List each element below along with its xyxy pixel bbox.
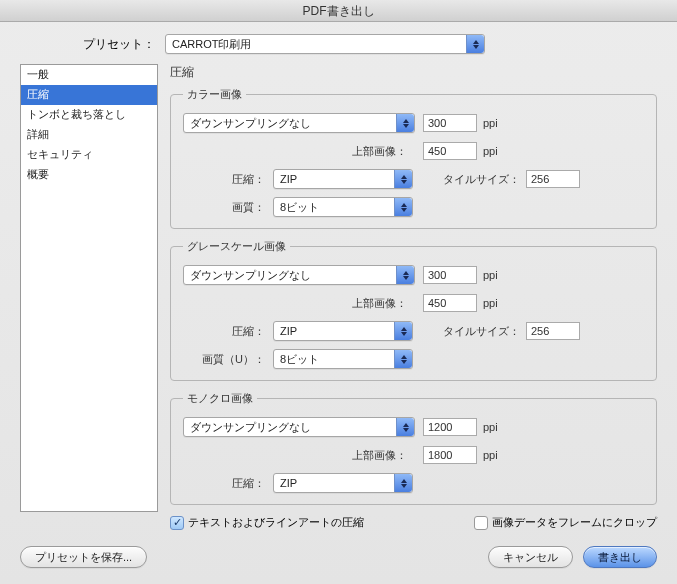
gray-above-ppi-input[interactable]: 450	[423, 294, 477, 312]
sidebar-item-summary[interactable]: 概要	[21, 165, 157, 185]
color-quality-value: 8ビット	[274, 200, 394, 215]
color-images-group: カラー画像 ダウンサンプリングなし 300 ppi 上部画像： 450 ppi	[170, 87, 657, 229]
gray-compress-value: ZIP	[274, 325, 394, 337]
sidebar-item-advanced[interactable]: 詳細	[21, 125, 157, 145]
color-above-label: 上部画像：	[183, 144, 415, 159]
color-compress-select[interactable]: ZIP	[273, 169, 413, 189]
dropdown-arrows-icon	[394, 198, 412, 216]
window-title: PDF書き出し	[0, 0, 677, 22]
mono-downsample-value: ダウンサンプリングなし	[184, 420, 396, 435]
dropdown-arrows-icon	[394, 170, 412, 188]
ppi-unit: ppi	[483, 269, 498, 281]
sidebar-item-marks[interactable]: トンボと裁ち落とし	[21, 105, 157, 125]
compress-text-lineart-checkbox[interactable]: テキストおよびラインアートの圧縮	[170, 515, 364, 530]
gray-quality-value: 8ビット	[274, 352, 394, 367]
save-preset-button[interactable]: プリセットを保存...	[20, 546, 147, 568]
gray-ppi-input[interactable]: 300	[423, 266, 477, 284]
sidebar-item-general[interactable]: 一般	[21, 65, 157, 85]
gray-images-group: グレースケール画像 ダウンサンプリングなし 300 ppi 上部画像： 450 …	[170, 239, 657, 381]
crop-image-data-label: 画像データをフレームにクロップ	[492, 515, 657, 530]
compress-text-lineart-label: テキストおよびラインアートの圧縮	[188, 515, 364, 530]
color-downsample-value: ダウンサンプリングなし	[184, 116, 396, 131]
sidebar: 一般 圧縮 トンボと裁ち落とし 詳細 セキュリティ 概要	[20, 64, 158, 512]
cancel-button[interactable]: キャンセル	[488, 546, 573, 568]
mono-downsample-select[interactable]: ダウンサンプリングなし	[183, 417, 415, 437]
mono-above-label: 上部画像：	[183, 448, 415, 463]
section-title: 圧縮	[170, 64, 657, 81]
gray-quality-label: 画質（U）：	[183, 352, 273, 367]
color-tile-label: タイルサイズ：	[443, 172, 520, 187]
gray-downsample-select[interactable]: ダウンサンプリングなし	[183, 265, 415, 285]
preset-value: CARROT印刷用	[166, 37, 466, 52]
ppi-unit: ppi	[483, 421, 498, 433]
mono-above-ppi-input[interactable]: 1800	[423, 446, 477, 464]
ppi-unit: ppi	[483, 449, 498, 461]
gray-tile-label: タイルサイズ：	[443, 324, 520, 339]
gray-above-label: 上部画像：	[183, 296, 415, 311]
preset-label: プリセット：	[20, 36, 165, 53]
color-quality-label: 画質：	[183, 200, 273, 215]
preset-select[interactable]: CARROT印刷用	[165, 34, 485, 54]
dropdown-arrows-icon	[396, 114, 414, 132]
ppi-unit: ppi	[483, 297, 498, 309]
dropdown-arrows-icon	[394, 322, 412, 340]
color-above-ppi-input[interactable]: 450	[423, 142, 477, 160]
checkbox-icon	[170, 516, 184, 530]
color-ppi-input[interactable]: 300	[423, 114, 477, 132]
checkbox-icon	[474, 516, 488, 530]
gray-quality-select[interactable]: 8ビット	[273, 349, 413, 369]
color-tile-input[interactable]: 256	[526, 170, 580, 188]
mono-compress-value: ZIP	[274, 477, 394, 489]
mono-compress-select[interactable]: ZIP	[273, 473, 413, 493]
color-compress-label: 圧縮：	[183, 172, 273, 187]
export-button[interactable]: 書き出し	[583, 546, 657, 568]
dropdown-arrows-icon	[396, 266, 414, 284]
dropdown-arrows-icon	[396, 418, 414, 436]
dropdown-arrows-icon	[394, 474, 412, 492]
mono-images-group: モノクロ画像 ダウンサンプリングなし 1200 ppi 上部画像： 1800 p…	[170, 391, 657, 505]
color-quality-select[interactable]: 8ビット	[273, 197, 413, 217]
dropdown-arrows-icon	[394, 350, 412, 368]
gray-compress-label: 圧縮：	[183, 324, 273, 339]
color-legend: カラー画像	[183, 87, 246, 102]
gray-downsample-value: ダウンサンプリングなし	[184, 268, 396, 283]
gray-compress-select[interactable]: ZIP	[273, 321, 413, 341]
sidebar-item-compression[interactable]: 圧縮	[21, 85, 157, 105]
ppi-unit: ppi	[483, 145, 498, 157]
gray-tile-input[interactable]: 256	[526, 322, 580, 340]
dropdown-arrows-icon	[466, 35, 484, 53]
mono-ppi-input[interactable]: 1200	[423, 418, 477, 436]
mono-compress-label: 圧縮：	[183, 476, 273, 491]
gray-legend: グレースケール画像	[183, 239, 290, 254]
color-downsample-select[interactable]: ダウンサンプリングなし	[183, 113, 415, 133]
sidebar-item-security[interactable]: セキュリティ	[21, 145, 157, 165]
mono-legend: モノクロ画像	[183, 391, 257, 406]
crop-image-data-checkbox[interactable]: 画像データをフレームにクロップ	[474, 515, 657, 530]
color-compress-value: ZIP	[274, 173, 394, 185]
ppi-unit: ppi	[483, 117, 498, 129]
